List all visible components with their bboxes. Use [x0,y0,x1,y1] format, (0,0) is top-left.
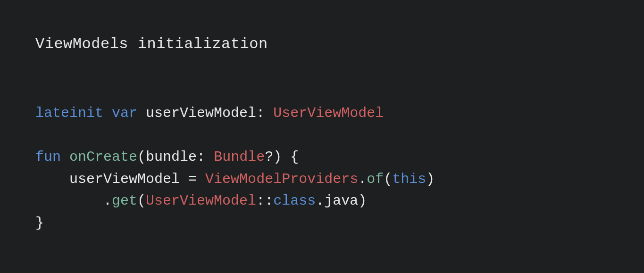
punct-rparen: ) [426,171,435,187]
code-block: lateinit var userViewModel: UserViewMode… [35,102,609,234]
type-userviewmodel: UserViewModel [273,105,384,121]
punct-dot: . [316,193,324,209]
punct-colon: : [256,105,265,121]
identifier-userviewmodel: userViewModel [146,105,256,121]
punct-qmark: ? [265,149,273,165]
keyword-var: var [112,105,137,121]
keyword-this: this [392,171,426,187]
punct-lparen: ( [137,193,146,209]
punct-rparen: ) [358,193,367,209]
identifier-userviewmodel: userViewModel [69,171,180,187]
type-bundle: Bundle [214,149,265,165]
keyword-class: class [273,193,316,209]
type-userviewmodel: UserViewModel [146,193,256,209]
punct-lparen: ( [137,149,146,165]
type-viewmodelproviders: ViewModelProviders [205,171,358,187]
identifier-bundle: bundle [146,149,197,165]
punct-eq: = [188,171,197,187]
function-get: get [112,193,137,209]
punct-dot: . [358,171,367,187]
slide-title: ViewModels initialization [35,35,609,53]
keyword-fun: fun [35,149,61,165]
function-of: of [367,171,384,187]
keyword-lateinit: lateinit [35,105,103,121]
punct-lparen: ( [384,171,392,187]
punct-rbrace: } [35,215,44,231]
function-oncreate: onCreate [69,149,137,165]
identifier-java: java [324,193,358,209]
punct-colon: : [197,149,205,165]
punct-dcolon: :: [256,193,273,209]
punct-dot: . [103,193,112,209]
punct-lbrace: { [290,149,299,165]
punct-rparen: ) [273,149,282,165]
